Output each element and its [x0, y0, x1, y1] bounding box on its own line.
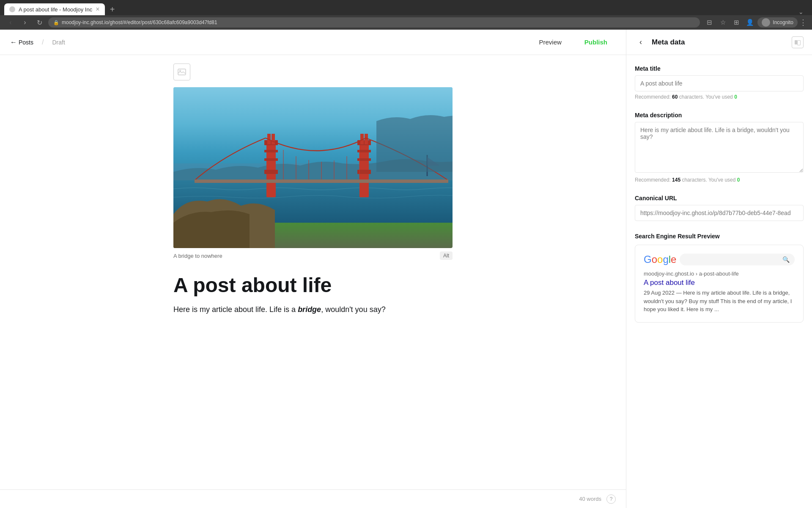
featured-image [173, 87, 453, 248]
browser-tab[interactable]: A post about life - Moodjoy Inc × [4, 3, 105, 15]
meta-description-hint: Recommended: 145 characters. You've used… [635, 177, 804, 183]
tab-favicon [9, 6, 15, 12]
address-bar[interactable]: 🔒 moodjoy-inc.ghost.io/ghost/#/editor/po… [48, 17, 700, 28]
google-letter-o2: o [657, 254, 663, 265]
svg-rect-9 [272, 134, 275, 144]
publish-button[interactable]: Publish [576, 35, 616, 49]
back-arrow-icon: ← [10, 39, 17, 46]
meta-title-field: Meta title Recommended: 60 characters. Y… [635, 65, 804, 100]
meta-desc-recommended: 145 [672, 177, 680, 183]
google-search-icon: 🔍 [782, 256, 790, 263]
excerpt-text-after: , wouldn't you say? [321, 305, 386, 314]
svg-rect-0 [178, 69, 186, 75]
panel-toggle-button[interactable] [792, 36, 804, 48]
google-letter-e: e [671, 254, 676, 265]
alt-text-button[interactable]: Alt [440, 251, 453, 260]
meta-desc-count: 0 [737, 177, 740, 183]
canonical-url-label: Canonical URL [635, 195, 804, 202]
meta-title-hint-text: Recommended: [635, 94, 672, 100]
extension-icon[interactable]: ⊞ [730, 17, 742, 28]
right-panel: ‹ Meta data Meta title Recommended: 60 c… [626, 30, 812, 508]
lock-icon: 🔒 [53, 20, 59, 25]
image-caption-text: A bridge to nowhere [173, 253, 222, 259]
meta-title-count: 0 [734, 94, 737, 100]
post-excerpt: Here is my article about life. Life is a… [173, 304, 453, 316]
svg-rect-10 [264, 150, 278, 152]
google-letter-g: G [644, 254, 652, 265]
url-text: moodjoy-inc.ghost.io/ghost/#/editor/post… [62, 19, 217, 25]
new-tab-button[interactable]: + [107, 3, 118, 15]
incognito-label: Incognito [773, 19, 793, 25]
editor-toolbar: ← Posts / Draft Preview Publish [0, 30, 626, 55]
posts-back-label: Posts [19, 39, 33, 46]
meta-description-input[interactable] [635, 122, 804, 173]
bookmark-icon[interactable]: ☆ [717, 17, 729, 28]
serp-url: moodjoy-inc.ghost.io › a-post-about-life [644, 271, 795, 277]
google-letter-o1: o [652, 254, 657, 265]
meta-description-field: Meta description Recommended: 145 charac… [635, 112, 804, 183]
post-title[interactable]: A post about life [173, 273, 453, 297]
meta-title-hint-text2: characters. You've used [678, 94, 734, 100]
svg-rect-11 [264, 158, 278, 161]
editor-area: ← Posts / Draft Preview Publish [0, 30, 626, 508]
editor-footer: 40 words ? [0, 489, 626, 508]
word-count: 40 words [579, 496, 601, 502]
meta-title-hint: Recommended: 60 characters. You've used … [635, 94, 804, 100]
meta-title-label: Meta title [635, 65, 804, 72]
serp-label: Search Engine Result Preview [635, 233, 804, 240]
excerpt-text-before: Here is my article about life. Life is a [173, 305, 298, 314]
forward-button[interactable]: › [19, 17, 30, 28]
serp-description: 29 Aug 2022 — Here is my article about l… [644, 289, 795, 314]
serp-title[interactable]: A post about life [644, 279, 795, 287]
serp-preview: G o o g l e 🔍 moodjoy-inc.ghost.io › a-p… [635, 245, 804, 323]
svg-point-1 [180, 70, 181, 72]
meta-desc-hint-text2: characters. You've used [680, 177, 737, 183]
panel-header: ‹ Meta data [626, 30, 812, 55]
browser-menu-button[interactable]: ⋮ [799, 18, 807, 27]
preview-button[interactable]: Preview [531, 35, 569, 49]
meta-title-input[interactable] [635, 75, 804, 91]
browser-chrome: A post about life - Moodjoy Inc × + ⌄ ‹ … [0, 0, 812, 30]
meta-title-recommended: 60 [672, 94, 678, 100]
panel-title: Meta data [652, 38, 787, 47]
image-caption-bar: A bridge to nowhere Alt [173, 248, 453, 263]
panel-back-button[interactable]: ‹ [635, 36, 647, 48]
svg-rect-7 [264, 170, 278, 174]
meta-description-label: Meta description [635, 112, 804, 119]
toolbar-separator: / [42, 39, 44, 46]
draft-status-label: Draft [52, 39, 65, 46]
tab-close-button[interactable]: × [96, 6, 99, 13]
google-letter-g2: g [663, 254, 668, 265]
meta-desc-hint-text: Recommended: [635, 177, 672, 183]
canonical-url-input[interactable] [635, 205, 804, 221]
panel-content: Meta title Recommended: 60 characters. Y… [626, 55, 812, 508]
incognito-icon [762, 18, 770, 27]
image-placeholder[interactable] [173, 64, 190, 80]
excerpt-bold-word: bridge [298, 305, 321, 314]
panel-toggle-icon [795, 40, 801, 44]
profile-icon[interactable]: 👤 [744, 17, 756, 28]
help-button[interactable]: ? [606, 494, 616, 504]
incognito-button[interactable]: Incognito [757, 17, 798, 28]
canonical-url-field: Canonical URL [635, 195, 804, 221]
editor-content[interactable]: A bridge to nowhere Alt A post about lif… [0, 55, 626, 489]
refresh-button[interactable]: ↻ [34, 17, 45, 28]
tab-title: A post about life - Moodjoy Inc [19, 6, 92, 13]
cast-icon[interactable]: ⊟ [703, 17, 715, 28]
svg-rect-26 [195, 179, 448, 183]
serp-section: Search Engine Result Preview G o o g l e… [635, 233, 804, 323]
posts-back-link[interactable]: ← Posts [10, 39, 33, 46]
google-search-bar: 🔍 [680, 254, 795, 265]
google-logo: G o o g l e 🔍 [644, 254, 795, 265]
back-button[interactable]: ‹ [5, 17, 16, 28]
browser-expand-button[interactable]: ⌄ [794, 8, 808, 15]
bridge-image [173, 87, 453, 248]
